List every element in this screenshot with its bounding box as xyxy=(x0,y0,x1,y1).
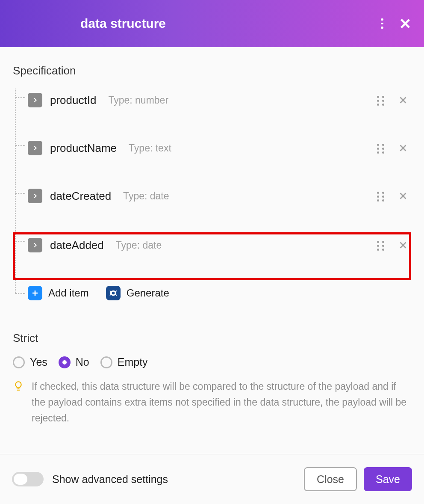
delete-icon[interactable] xyxy=(398,191,408,201)
delete-icon[interactable] xyxy=(398,240,408,250)
spec-item-dateAdded[interactable]: dateAdded Type: date xyxy=(13,232,411,280)
expand-icon[interactable] xyxy=(28,238,42,252)
save-button[interactable]: Save xyxy=(364,467,412,491)
lightbulb-icon xyxy=(13,380,24,391)
expand-icon[interactable] xyxy=(28,141,42,155)
drag-handle-icon[interactable] xyxy=(377,192,386,200)
spec-item-productName[interactable]: productName Type: text xyxy=(13,136,411,184)
advanced-settings-label: Show advanced settings xyxy=(52,473,168,486)
field-type: Type: date xyxy=(123,190,169,202)
expand-icon[interactable] xyxy=(28,93,42,107)
generate-icon[interactable] xyxy=(106,286,121,300)
spec-item-dateCreated[interactable]: dateCreated Type: date xyxy=(13,184,411,232)
strict-option-empty[interactable]: Empty xyxy=(100,356,148,368)
close-dialog-icon[interactable] xyxy=(399,18,411,30)
field-type: Type: text xyxy=(129,142,171,154)
more-options-icon[interactable] xyxy=(377,18,387,29)
field-type: Type: number xyxy=(108,95,168,106)
specification-list: productId Type: number productName Type:… xyxy=(13,89,411,306)
strict-hint-text: If checked, this data structure will be … xyxy=(32,379,407,426)
strict-label: Strict xyxy=(13,332,411,345)
header: data structure xyxy=(0,0,424,47)
field-name: productName xyxy=(50,142,117,155)
field-name: dateAdded xyxy=(50,239,104,252)
strict-option-no[interactable]: No xyxy=(59,356,89,368)
spec-item-productId[interactable]: productId Type: number xyxy=(13,89,411,136)
field-name: productId xyxy=(50,94,96,107)
specification-label: Specification xyxy=(13,64,411,77)
add-item-icon[interactable] xyxy=(28,286,42,300)
delete-icon[interactable] xyxy=(398,143,408,153)
advanced-settings-toggle[interactable] xyxy=(12,472,44,486)
strict-radio-group: Yes No Empty xyxy=(13,356,411,368)
spec-actions-row: Add item Generate xyxy=(13,280,411,306)
field-type: Type: date xyxy=(116,240,162,251)
close-button[interactable]: Close xyxy=(304,467,357,491)
strict-option-yes[interactable]: Yes xyxy=(13,356,47,368)
expand-icon[interactable] xyxy=(28,189,42,203)
add-item-button[interactable]: Add item xyxy=(48,287,89,299)
field-name: dateCreated xyxy=(50,190,111,203)
delete-icon[interactable] xyxy=(398,95,408,105)
generate-button[interactable]: Generate xyxy=(127,287,169,299)
page-title: data structure xyxy=(80,16,166,31)
drag-handle-icon[interactable] xyxy=(377,241,386,249)
drag-handle-icon[interactable] xyxy=(377,96,386,104)
footer: Show advanced settings Close Save xyxy=(0,454,424,504)
drag-handle-icon[interactable] xyxy=(377,144,386,152)
